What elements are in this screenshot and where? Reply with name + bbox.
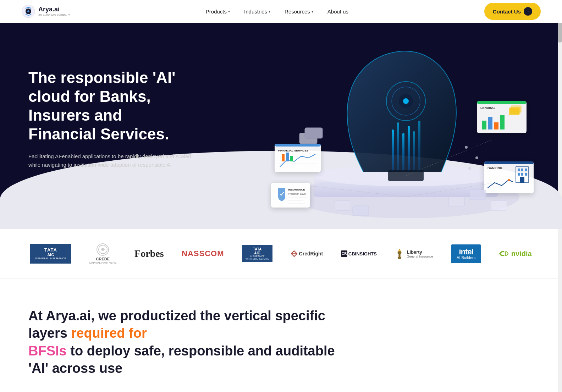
svg-rect-25 [271,183,310,208]
svg-rect-22 [282,154,285,161]
svg-rect-55 [448,197,464,207]
svg-rect-57 [491,200,507,210]
svg-rect-38 [488,117,492,129]
svg-text:INSURANCE: INSURANCE [288,188,305,191]
svg-rect-13 [408,126,410,172]
logo-nvidia: nvidia [499,243,532,264]
heading-part3: to deploy safe, responsible and auditabl… [28,343,335,376]
svg-rect-58 [335,200,351,210]
svg-rect-39 [494,122,498,129]
contact-label: Contact Us [493,9,521,15]
nav-industries[interactable]: Industries ▾ [244,9,270,15]
svg-rect-46 [521,169,523,171]
logo-crede: CREDE CAPITAL PARTNERS [89,243,117,264]
logo-credright: CredRight [291,243,323,264]
svg-point-60 [465,146,468,149]
svg-rect-14 [413,131,415,172]
navbar: Arya.ai an autionpro company Products ▾ … [0,0,562,23]
svg-rect-23 [286,153,289,161]
svg-rect-11 [397,122,399,172]
svg-rect-48 [518,173,520,176]
chevron-down-icon: ▾ [228,10,230,13]
hero-illustration: FINANCIAL SERVICES INSURANCE Protection … [243,23,562,229]
hero-title: The responsible 'AI' cloud for Banks, In… [28,68,192,143]
nav-products[interactable]: Products ▾ [206,9,230,15]
svg-point-61 [475,156,478,159]
logo-liberty: Liberty General Insurance [395,243,433,264]
logo-nasscom: NASSCOM [182,243,224,264]
svg-rect-10 [392,129,394,172]
svg-rect-59 [353,206,369,216]
svg-rect-37 [482,121,486,129]
svg-text:CB: CB [342,252,347,256]
logo-title: Arya.ai [38,6,70,13]
svg-text:LENDING: LENDING [480,106,495,110]
liberty-torch-icon [395,247,404,261]
arrow-right-icon: → [524,7,532,16]
svg-rect-56 [470,190,486,200]
svg-rect-47 [525,169,527,171]
contact-button[interactable]: Contact Us → [484,3,541,20]
svg-rect-40 [500,115,505,129]
bottom-heading: At Arya.ai, we productized the vertical … [28,307,348,377]
svg-rect-18 [275,144,321,147]
heading-highlight1: required for [71,326,147,341]
chevron-down-icon: ▾ [312,10,313,13]
logo-subtitle: an autionpro company [38,13,70,17]
svg-point-62 [468,167,471,170]
bottom-section: At Arya.ai, we productized the vertical … [0,279,562,392]
logo-forbes: Forbes [134,243,164,264]
logo-intel: intel AI Builders [451,243,481,264]
svg-rect-36 [511,105,522,112]
svg-rect-32 [477,101,527,104]
svg-rect-73 [505,252,506,256]
svg-text:Protection Layer: Protection Layer [288,193,307,195]
svg-rect-24 [290,156,293,161]
logo-tata-aig-1: TATA AIG GENERAL INSURANCE [30,243,71,264]
svg-rect-12 [402,133,404,172]
svg-rect-42 [484,161,534,164]
logos-strip: TATA AIG GENERAL INSURANCE CREDE CAPITAL… [0,229,562,279]
svg-rect-45 [518,169,520,171]
logo-icon [21,4,35,18]
heading-highlight2: BFSIs [28,343,67,358]
chevron-down-icon: ▾ [269,10,270,13]
logo-cbinsights: CB CBINSIGHTS [341,243,377,264]
logo-tata-aig-2: TATA AIG INSURANCE WITH ERIC SENATE [242,243,272,264]
nav-menu: Products ▾ Industries ▾ Resources ▾ Abou… [206,9,348,15]
svg-rect-15 [418,121,420,172]
svg-text:BANKING: BANKING [487,166,502,170]
hero-content: The responsible 'AI' cloud for Banks, In… [0,40,220,211]
nav-about[interactable]: About us [327,9,348,15]
logo-text: Arya.ai an autionpro company [38,6,70,17]
ai-head-svg: FINANCIAL SERVICES INSURANCE Protection … [243,23,562,229]
svg-rect-49 [521,173,523,176]
nav-resources[interactable]: Resources ▾ [285,9,313,15]
svg-rect-71 [398,251,402,254]
hero-section: The responsible 'AI' cloud for Banks, In… [0,23,562,229]
nvidia-logo-icon [499,250,509,257]
logo[interactable]: Arya.ai an autionpro company [21,4,70,18]
hero-description: Facilitating AI-enabled applications to … [28,152,192,169]
svg-rect-50 [525,173,527,176]
svg-rect-51 [520,177,524,183]
svg-rect-54 [305,128,323,138]
svg-point-2 [27,10,29,12]
svg-point-52 [508,179,510,181]
svg-text:FINANCIAL SERVICES: FINANCIAL SERVICES [278,149,309,152]
svg-point-9 [403,98,409,104]
svg-point-72 [398,257,402,259]
